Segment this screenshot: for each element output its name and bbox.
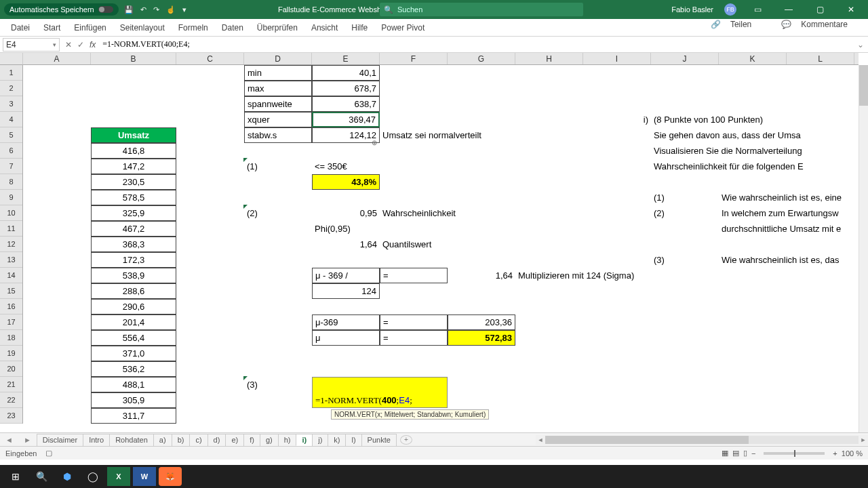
cell-F14[interactable]: =	[380, 268, 448, 283]
cell-B16[interactable]: 290,6	[91, 299, 176, 314]
cell-E12[interactable]: 1,64	[312, 237, 380, 252]
cell-E8[interactable]: 43,8%	[312, 174, 380, 190]
cell-D21[interactable]: (3)	[244, 377, 312, 392]
view-normal-icon[interactable]: ▦	[722, 449, 728, 458]
search-taskbar-icon[interactable]: 🔍	[30, 467, 53, 486]
row-header-13[interactable]: 13	[0, 252, 22, 268]
cell-B21[interactable]: 488,1	[91, 377, 176, 392]
cells-area[interactable]: min40,1max678,7spannweite638,7xquer369,4…	[23, 65, 859, 432]
col-header-D[interactable]: D	[244, 53, 312, 64]
cell-E10[interactable]: 0,95	[312, 205, 380, 221]
cell-B6[interactable]: 416,8	[91, 143, 176, 159]
expand-formula-icon[interactable]: ⌄	[853, 40, 868, 49]
col-header-G[interactable]: G	[448, 53, 515, 64]
cell-D3[interactable]: spannweite	[244, 96, 312, 112]
row-header-16[interactable]: 16	[0, 299, 22, 314]
start-button[interactable]: ⊞	[4, 467, 27, 486]
view-pagebreak-icon[interactable]: ▯	[743, 449, 747, 458]
cell-D7[interactable]: (1)	[244, 159, 312, 174]
sheet-tab-Disclaimer[interactable]: Disclaimer	[37, 434, 83, 446]
cell-J5[interactable]: Sie gehen davon aus, dass der Umsa	[651, 127, 868, 143]
sheet-nav-prev-icon[interactable]: ◄	[0, 436, 18, 444]
horizontal-scrollbar[interactable]: ◄ ►	[536, 435, 868, 445]
tab-ueberpruefen[interactable]: Überprüfen	[250, 20, 304, 36]
row-header-20[interactable]: 20	[0, 361, 22, 377]
excel-taskbar-icon[interactable]: X	[107, 467, 130, 486]
col-header-B[interactable]: B	[91, 53, 176, 64]
cell-B17[interactable]: 201,4	[91, 314, 176, 330]
row-header-5[interactable]: 5	[0, 127, 22, 143]
cell-F12[interactable]: Quantilswert	[380, 237, 481, 252]
cell-E11[interactable]: Phi(0,95)	[312, 221, 380, 237]
col-header-L[interactable]: L	[787, 53, 854, 64]
row-header-4[interactable]: 4	[0, 112, 22, 127]
save-icon[interactable]: 💾	[124, 5, 134, 14]
cell-G18[interactable]: 572,83	[448, 330, 515, 346]
tab-powerpivot[interactable]: Power Pivot	[374, 20, 431, 36]
row-header-23[interactable]: 23	[0, 408, 22, 424]
row-header-6[interactable]: 6	[0, 143, 22, 159]
col-header-F[interactable]: F	[380, 53, 448, 64]
cell-D10[interactable]: (2)	[244, 205, 312, 221]
cell-B12[interactable]: 368,3	[91, 237, 176, 252]
toggle-switch[interactable]	[98, 6, 113, 13]
col-header-J[interactable]: J	[651, 53, 719, 64]
cell-K13[interactable]: Wie wahrscheinlich ist es, das	[719, 252, 868, 268]
row-header-9[interactable]: 9	[0, 190, 22, 205]
tab-daten[interactable]: Daten	[215, 20, 250, 36]
cell-G14[interactable]: 1,64	[448, 268, 515, 283]
col-header-E[interactable]: E	[312, 53, 380, 64]
cell-F10[interactable]: Wahrscheinlichkeit	[380, 205, 502, 221]
tab-seitenlayout[interactable]: Seitenlayout	[113, 20, 172, 36]
cell-F17[interactable]: =	[380, 314, 448, 330]
zoom-level[interactable]: 100 %	[842, 449, 863, 458]
firefox-taskbar-icon[interactable]: 🦊	[159, 467, 182, 486]
cell-E7[interactable]: <= 350€	[312, 159, 380, 174]
col-header-C[interactable]: C	[176, 53, 244, 64]
tab-formeln[interactable]: Formeln	[172, 20, 215, 36]
cell-J7[interactable]: Wahrscheinlichkeit für die folgenden E	[651, 159, 868, 174]
macro-record-icon[interactable]: ▢	[45, 449, 52, 458]
sheet-tab-Intro[interactable]: Intro	[83, 434, 110, 446]
cancel-icon[interactable]: ✕	[65, 40, 72, 49]
cell-E17[interactable]: μ-369	[312, 314, 380, 330]
undo-icon[interactable]: ↶	[140, 5, 146, 14]
confirm-icon[interactable]: ✓	[77, 40, 84, 49]
row-header-11[interactable]: 11	[0, 221, 22, 237]
cell-K11[interactable]: durchschnittliche Umsatz mit e	[719, 221, 868, 237]
cell-E4[interactable]: 369,47	[312, 112, 380, 127]
cell-G17[interactable]: 203,36	[448, 314, 515, 330]
view-layout-icon[interactable]: ▤	[732, 449, 739, 458]
row-header-10[interactable]: 10	[0, 205, 22, 221]
namebox-dropdown-icon[interactable]: ▾	[53, 41, 56, 48]
row-header-22[interactable]: 22	[0, 392, 22, 408]
row-header-21[interactable]: 21	[0, 377, 22, 392]
cell-B5[interactable]: Umsatz	[91, 127, 176, 143]
sheet-tab-h)[interactable]: h)	[278, 434, 297, 446]
cell-H14[interactable]: Multiplizieren mit 124 (Sigma)	[515, 268, 692, 283]
tab-datei[interactable]: Datei	[4, 20, 37, 36]
cell-J10[interactable]: (2)	[651, 205, 719, 221]
row-header-17[interactable]: 17	[0, 314, 22, 330]
cell-E5[interactable]: 124,12	[312, 127, 380, 143]
row-header-7[interactable]: 7	[0, 159, 22, 174]
share-button[interactable]: 🔗 Teilen	[704, 13, 765, 36]
sheet-tab-a)[interactable]: a)	[153, 434, 172, 446]
row-header-8[interactable]: 8	[0, 174, 22, 190]
redo-icon[interactable]: ↷	[153, 5, 159, 14]
more-icon[interactable]: ▾	[182, 5, 186, 14]
sheet-nav-next-icon[interactable]: ►	[18, 436, 37, 444]
cell-B9[interactable]: 578,5	[91, 190, 176, 205]
tab-ansicht[interactable]: Ansicht	[304, 20, 344, 36]
zoom-out-icon[interactable]: −	[751, 449, 755, 458]
cell-B14[interactable]: 538,9	[91, 268, 176, 283]
cell-B18[interactable]: 556,4	[91, 330, 176, 346]
cell-I4[interactable]: i)	[583, 112, 651, 127]
sheet-tab-i)[interactable]: i)	[296, 434, 313, 446]
sheet-tab-e)[interactable]: e)	[225, 434, 244, 446]
row-header-19[interactable]: 19	[0, 346, 22, 361]
touch-icon[interactable]: ☝	[166, 5, 176, 14]
hscroll-left-icon[interactable]: ◄	[536, 436, 545, 443]
row-header-15[interactable]: 15	[0, 283, 22, 299]
cell-B19[interactable]: 371,0	[91, 346, 176, 361]
